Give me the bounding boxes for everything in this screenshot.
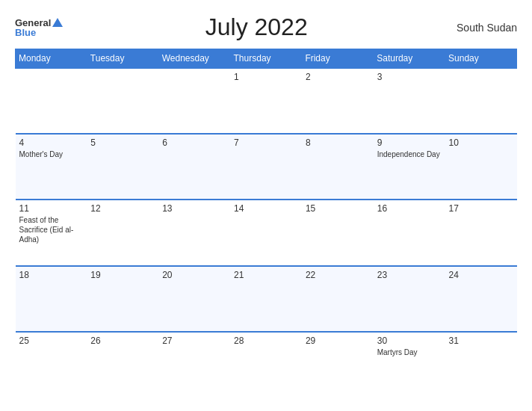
day-number: 18 [19, 270, 84, 280]
day-number: 1 [234, 72, 298, 82]
calendar-cell [87, 68, 158, 134]
calendar-cell: 24 [445, 266, 517, 332]
calendar-week-row: 4Mother's Day56789Independence Day10 [16, 134, 517, 200]
calendar-cell: 16 [374, 200, 445, 265]
event-label: Martyrs Day [377, 347, 442, 357]
day-number: 30 [377, 336, 442, 346]
calendar-cell [158, 68, 230, 134]
day-number: 27 [162, 336, 226, 346]
calendar-cell: 18 [16, 266, 87, 332]
calendar-title: July 2022 [63, 13, 450, 41]
weekday-header-row: MondayTuesdayWednesdayThursdayFridaySatu… [16, 49, 517, 69]
calendar-cell: 29 [302, 332, 374, 398]
calendar-cell: 1 [230, 68, 302, 134]
day-number: 10 [449, 137, 513, 148]
calendar-cell [445, 68, 517, 134]
day-number: 26 [90, 336, 155, 346]
weekday-header: Thursday [230, 49, 302, 69]
page: General Blue July 2022 South Sudan Monda… [0, 0, 532, 411]
event-label: Independence Day [377, 149, 442, 159]
day-number: 21 [234, 270, 298, 280]
day-number: 5 [90, 137, 155, 148]
day-number: 31 [449, 336, 513, 346]
day-number: 11 [19, 203, 84, 214]
day-number: 28 [234, 336, 298, 346]
day-number: 14 [234, 203, 298, 214]
calendar-cell: 22 [302, 266, 374, 332]
day-number: 17 [449, 203, 513, 214]
country-name: South Sudan [450, 22, 517, 34]
weekday-header: Sunday [445, 49, 517, 69]
calendar-cell: 4Mother's Day [16, 134, 87, 200]
calendar-cell: 19 [87, 266, 158, 332]
calendar-cell [16, 68, 87, 134]
calendar-week-row: 11Feast of the Sacrifice (Eid al-Adha)12… [16, 200, 517, 265]
event-label: Mother's Day [19, 149, 84, 159]
day-number: 8 [306, 137, 370, 148]
calendar-cell: 28 [230, 332, 302, 398]
weekday-header: Tuesday [87, 49, 158, 69]
calendar-cell: 30Martyrs Day [374, 332, 445, 398]
logo-general: General [15, 18, 51, 28]
calendar-cell: 27 [158, 332, 230, 398]
calendar-cell: 13 [158, 200, 230, 265]
day-number: 22 [306, 270, 370, 280]
calendar-cell: 21 [230, 266, 302, 332]
calendar-cell: 5 [87, 134, 158, 200]
logo-triangle-icon [52, 18, 63, 27]
calendar-cell: 10 [445, 134, 517, 200]
weekday-header: Friday [302, 49, 374, 69]
day-number: 19 [90, 270, 155, 280]
calendar-cell: 12 [87, 200, 158, 265]
calendar-cell: 20 [158, 266, 230, 332]
logo-blue: Blue [15, 28, 36, 37]
day-number: 9 [377, 137, 442, 148]
calendar-table: MondayTuesdayWednesdayThursdayFridaySatu… [15, 49, 517, 398]
day-number: 15 [306, 203, 370, 214]
calendar-cell: 11Feast of the Sacrifice (Eid al-Adha) [16, 200, 87, 265]
calendar-week-row: 123 [16, 68, 517, 134]
calendar-cell: 8 [302, 134, 374, 200]
day-number: 16 [377, 203, 442, 214]
calendar-cell: 23 [374, 266, 445, 332]
calendar-cell: 9Independence Day [374, 134, 445, 200]
day-number: 12 [90, 203, 155, 214]
logo: General Blue [15, 18, 63, 37]
day-number: 3 [377, 72, 442, 82]
calendar-cell: 6 [158, 134, 230, 200]
calendar-week-row: 18192021222324 [16, 266, 517, 332]
day-number: 29 [306, 336, 370, 346]
day-number: 2 [306, 72, 370, 82]
calendar-cell: 3 [374, 68, 445, 134]
header: General Blue July 2022 South Sudan [15, 13, 517, 41]
calendar-cell: 31 [445, 332, 517, 398]
calendar-cell: 25 [16, 332, 87, 398]
event-label: Feast of the Sacrifice (Eid al-Adha) [19, 215, 84, 244]
calendar-cell: 17 [445, 200, 517, 265]
day-number: 4 [19, 137, 84, 148]
day-number: 7 [234, 137, 298, 148]
weekday-header: Saturday [374, 49, 445, 69]
weekday-header: Wednesday [158, 49, 230, 69]
calendar-cell: 15 [302, 200, 374, 265]
calendar-cell: 2 [302, 68, 374, 134]
day-number: 25 [19, 336, 84, 346]
calendar-week-row: 252627282930Martyrs Day31 [16, 332, 517, 398]
day-number: 23 [377, 270, 442, 280]
weekday-header: Monday [16, 49, 87, 69]
day-number: 13 [162, 203, 226, 214]
day-number: 24 [449, 270, 513, 280]
calendar-cell: 7 [230, 134, 302, 200]
day-number: 20 [162, 270, 226, 280]
day-number: 6 [162, 137, 226, 148]
calendar-cell: 26 [87, 332, 158, 398]
calendar-cell: 14 [230, 200, 302, 265]
